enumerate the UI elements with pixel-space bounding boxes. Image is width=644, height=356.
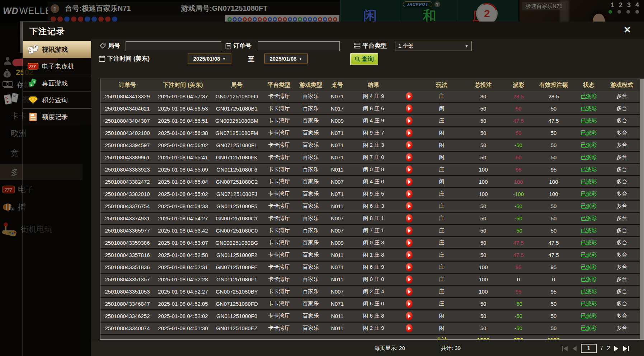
play-video-button[interactable]: [406, 263, 413, 271]
cell-platform: 卡卡湾厅: [262, 286, 296, 298]
cell-table-no: N071: [325, 188, 349, 200]
cell-side: 庄: [420, 91, 463, 103]
cell-round: GN011251080EZ: [212, 322, 262, 334]
sidebar-item-table-games[interactable]: $$ 桌面游戏: [23, 75, 91, 92]
cell-round: GN011251080F2: [212, 249, 262, 261]
round-input[interactable]: [126, 41, 221, 51]
play-video-button[interactable]: [406, 104, 413, 113]
sidebar-item-video-games[interactable]: 9K♥ 视讯游戏: [23, 41, 91, 58]
platform-select[interactable]: 1.全部 ▼: [395, 41, 472, 51]
play-video-button[interactable]: [406, 312, 413, 320]
cell-status: 已派彩: [574, 261, 604, 273]
sum-valid-bet: 1156: [533, 334, 574, 340]
col-valid-bet: 有效投注额: [533, 79, 574, 91]
table-row: 2501080433824722025-01-08 04:55:04GN0072…: [100, 176, 640, 188]
order-input[interactable]: [258, 41, 340, 51]
play-video-button[interactable]: [406, 165, 413, 174]
cell-game: 百家乐: [296, 237, 325, 249]
cell-game: 百家乐: [296, 164, 325, 176]
cell-order: 250108043394597: [100, 139, 154, 151]
play-video-button[interactable]: [406, 287, 413, 296]
play-video-button[interactable]: [406, 300, 413, 308]
page-separator: /: [601, 345, 602, 352]
col-status: 状态: [574, 79, 604, 91]
cell-platform: 卡卡湾厅: [262, 139, 296, 151]
cell-valid-bet: 50: [533, 310, 574, 322]
play-video-button[interactable]: [406, 190, 413, 198]
cell-table-no: N071: [325, 261, 349, 273]
table-row: 2501080433468472025-01-08 04:52:05GN0712…: [100, 298, 640, 310]
cell-mode: 多台: [604, 286, 640, 298]
play-video-button[interactable]: [406, 214, 413, 222]
play-video-button[interactable]: [406, 251, 413, 259]
cell-result: 闲 1 庄 8: [349, 249, 398, 261]
cell-result: 闲 4 庄 0: [349, 176, 398, 188]
cell-side: 庄: [420, 115, 463, 127]
cell-payout: 95: [503, 164, 533, 176]
cell-platform: 卡卡湾厅: [262, 249, 296, 261]
cell-play: [398, 212, 420, 225]
cell-mode: 多台: [604, 212, 640, 225]
sidebar-item-quota[interactable]: 额度记录: [23, 108, 91, 125]
cell-time: 2025-01-08 04:52:58: [154, 249, 212, 261]
cell-payout: -50: [503, 212, 533, 225]
col-round: 局号: [212, 79, 262, 91]
cell-platform: 卡卡湾厅: [262, 237, 296, 249]
col-mode: 游戏模式: [604, 79, 640, 91]
query-button[interactable]: 查询: [350, 53, 378, 65]
play-video-button[interactable]: [406, 275, 413, 284]
cell-order: 250108043382472: [100, 176, 154, 188]
play-video-button[interactable]: [406, 141, 413, 149]
cell-payout: -100: [503, 188, 533, 200]
cell-side: 闲: [420, 310, 463, 322]
table-row: 2501080433400742025-01-08 04:51:30GN0112…: [100, 322, 640, 334]
page-number-input[interactable]: 1: [581, 344, 597, 353]
play-video-button[interactable]: [406, 226, 413, 235]
cell-play: [398, 200, 420, 212]
first-page-icon[interactable]: [562, 346, 568, 351]
last-page-icon[interactable]: [623, 346, 629, 351]
scrollbar[interactable]: [640, 79, 643, 339]
play-video-button[interactable]: [406, 92, 413, 100]
cell-play: [398, 322, 420, 334]
play-video-button[interactable]: [406, 239, 413, 247]
cell-total-bet: 50: [463, 225, 503, 237]
play-video-button[interactable]: [406, 153, 413, 161]
play-video-button[interactable]: [406, 129, 413, 137]
play-video-button[interactable]: [406, 202, 413, 210]
date-from-select[interactable]: 2025/01/08 ▼: [188, 53, 231, 64]
cell-table-no: N011: [325, 200, 349, 212]
pagination-bar: 每页显示: 20 共计: 39 1 / 2: [91, 341, 644, 356]
play-video-button[interactable]: [406, 178, 413, 186]
cell-result: 闲 0 庄 0: [349, 273, 398, 286]
svg-text:$: $: [30, 83, 32, 86]
cell-time: 2025-01-08 04:52:31: [154, 261, 212, 273]
cell-side: 庄: [420, 212, 463, 225]
cell-round: GN071251080FD: [212, 298, 262, 310]
cell-result: 闲 8 庄 1: [349, 212, 398, 225]
play-video-button[interactable]: [406, 117, 413, 125]
sidebar-item-points[interactable]: 积分查询: [23, 92, 91, 108]
cell-play: [398, 249, 420, 261]
table-row: 2501080433767542025-01-08 04:54:33GN0112…: [100, 200, 640, 212]
cell-game: 百家乐: [296, 115, 325, 127]
date-to-select[interactable]: 2025/01/08 ▼: [264, 53, 308, 64]
cell-table-no: N011: [325, 164, 349, 176]
cell-time: 2025-01-08 04:56:51: [154, 115, 212, 127]
play-video-button[interactable]: [406, 324, 413, 332]
cell-total-bet: 50: [463, 237, 503, 249]
cell-round: GN007251080BY: [212, 286, 262, 298]
next-page-icon[interactable]: [614, 346, 619, 351]
cell-time: 2025-01-08 04:56:02: [154, 139, 212, 151]
cell-time: 2025-01-08 04:55:09: [154, 164, 212, 176]
close-icon[interactable]: ×: [624, 24, 631, 35]
cell-order: 250108043404307: [100, 115, 154, 127]
cell-side: 庄: [420, 273, 463, 286]
table-row: 2501080433945972025-01-08 04:56:02GN0712…: [100, 139, 640, 151]
cell-mode: 多台: [604, 261, 640, 273]
sum-total-bet: 1280: [463, 334, 503, 340]
prev-page-icon[interactable]: [572, 346, 577, 351]
sidebar-item-slots[interactable]: 777 电子老虎机: [23, 58, 91, 75]
cell-result: 闲 6 庄 9: [349, 261, 398, 273]
modal-title: 下注记录: [29, 26, 65, 37]
